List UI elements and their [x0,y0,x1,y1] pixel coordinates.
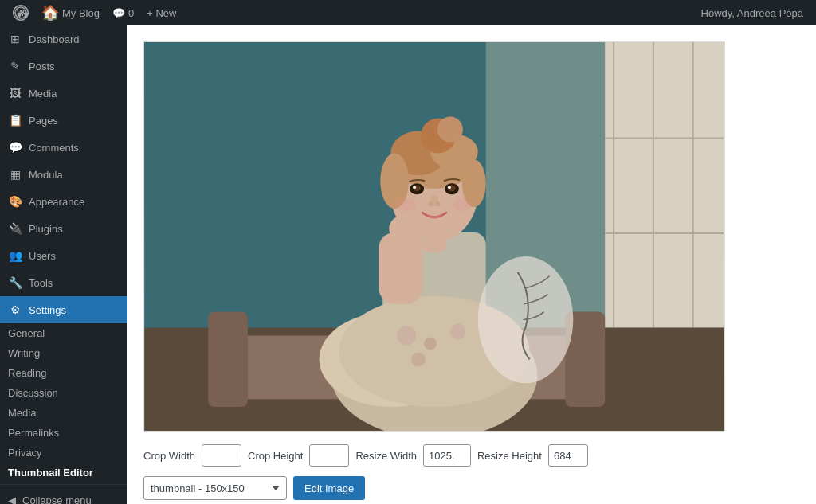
admin-bar: W 🏠 My Blog 💬 0 + New Howdy, Andreea Pop… [0,0,816,25]
sidebar-item-posts[interactable]: ✎ Posts [0,53,128,80]
sidebar-item-appearance[interactable]: 🎨 Appearance [0,188,128,215]
edit-image-button[interactable]: Edit Image [293,476,365,500]
plugins-icon: 🔌 [8,221,22,236]
adminbar-site-name[interactable]: 🏠 My Blog [35,0,106,25]
svg-rect-7 [605,138,724,139]
svg-text:W: W [17,9,25,18]
adminbar-comments[interactable]: 💬 0 [106,0,140,25]
svg-point-23 [411,352,426,366]
image-container [143,41,800,432]
resize-width-input[interactable] [423,444,471,467]
submenu-media[interactable]: Media [0,403,128,423]
controls-row: Crop Width Crop Height Resize Width Resi… [143,444,800,467]
svg-point-42 [397,198,416,211]
main-image [143,41,725,432]
resize-width-label: Resize Width [355,450,417,462]
sidebar-item-tools[interactable]: 🔧 Tools [0,269,128,296]
sidebar-item-settings[interactable]: ⚙ Settings [0,296,128,323]
svg-point-38 [448,186,451,189]
svg-point-22 [450,324,466,340]
sidebar-item-modula[interactable]: ▦ Modula [0,161,128,188]
admin-sidebar: ⊞ Dashboard ✎ Posts 🖼 Media 📋 Pages 💬 Co… [0,25,128,504]
submenu-discussion[interactable]: Discussion [0,383,128,403]
main-content: Crop Width Crop Height Resize Width Resi… [128,25,816,504]
settings-icon: ⚙ [8,303,22,317]
crop-height-label: Crop Height [248,450,303,462]
submenu-privacy[interactable]: Privacy [0,443,128,463]
sidebar-item-plugins[interactable]: 🔌 Plugins [0,215,128,242]
submenu-reading[interactable]: Reading [0,363,128,383]
thumbnail-controls-row: thumbnail - 150x150 medium - 300x300 lar… [143,476,800,500]
svg-rect-8 [605,232,724,234]
appearance-icon: 🎨 [8,194,22,209]
svg-rect-13 [208,312,248,408]
submenu-thumbnail-editor[interactable]: Thumbnail Editor [0,463,128,483]
adminbar-new[interactable]: + New [140,0,182,25]
crop-width-input[interactable] [202,444,241,467]
submenu-writing[interactable]: Writing [0,343,128,363]
adminbar-wp-logo[interactable]: W [6,0,35,25]
sidebar-item-users[interactable]: 👥 Users [0,242,128,269]
svg-rect-48 [379,232,422,304]
collapse-menu-button[interactable]: ◀ Collapse menu [0,488,128,504]
submenu-permalinks[interactable]: Permalinks [0,423,128,443]
sidebar-item-pages[interactable]: 📋 Pages [0,107,128,134]
resize-height-label: Resize Height [477,450,542,462]
pages-icon: 📋 [8,113,22,127]
users-icon: 👥 [8,248,22,263]
sidebar-item-media[interactable]: 🖼 Media [0,80,128,107]
svg-point-40 [428,201,433,206]
collapse-icon: ◀ [8,494,16,504]
svg-point-43 [453,198,472,211]
portrait-svg [144,42,724,431]
thumbnail-size-dropdown[interactable]: thumbnail - 150x150 medium - 300x300 lar… [143,476,287,500]
media-icon: 🖼 [8,86,22,100]
crop-width-label: Crop Width [143,450,195,462]
comments-icon: 💬 [8,140,22,154]
svg-point-37 [413,186,416,189]
svg-point-21 [424,337,437,350]
settings-submenu: General Writing Reading Discussion Media… [0,323,128,483]
crop-height-input[interactable] [309,444,349,467]
adminbar-user: Howdy, Andreea Popa [695,7,810,19]
svg-point-41 [436,201,441,206]
modula-icon: ▦ [8,167,22,182]
submenu-general[interactable]: General [0,323,128,343]
svg-point-20 [397,326,416,346]
resize-height-input[interactable] [548,444,588,467]
posts-icon: ✎ [8,59,22,73]
sidebar-item-comments[interactable]: 💬 Comments [0,134,128,161]
dashboard-icon: ⊞ [8,32,22,46]
tools-icon: 🔧 [8,275,22,290]
svg-point-30 [437,117,463,143]
thumbnail-editor-wrap: Crop Width Crop Height Resize Width Resi… [143,41,800,504]
sidebar-item-dashboard[interactable]: ⊞ Dashboard [0,25,128,53]
